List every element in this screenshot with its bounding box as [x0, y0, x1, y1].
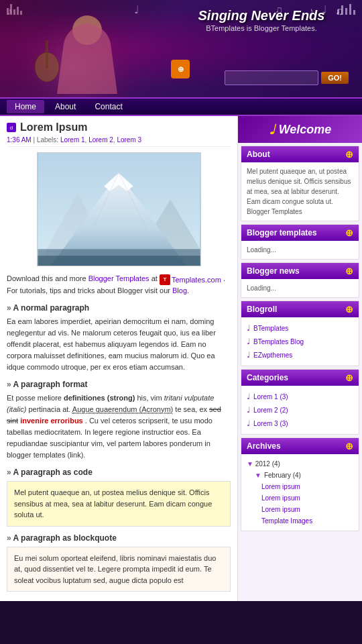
blogroll-link-3[interactable]: EZwpthemes [253, 350, 292, 360]
sidebar: ♩ Welcome About ⊕ Mel putent quaeque an,… [238, 116, 362, 601]
archive-post-link-4[interactable]: Template Images [261, 516, 312, 526]
templates-logo: T Templates.com [160, 274, 221, 286]
code-block: Mel putent quaeque an, ut postea melius … [7, 481, 231, 527]
archives-header: Archives ⊕ [241, 438, 359, 454]
nav-contact[interactable]: Contact [86, 100, 130, 113]
category-link-1[interactable]: Lorem 1 (3) [253, 392, 288, 402]
navbar: Home About Contact [0, 97, 362, 116]
blockquote-block: Eu mei solum oporteat eleifend, libris n… [7, 547, 231, 592]
post-meta: 1:36 AM | Labels: Lorem 1, Lorem 2, Lore… [7, 136, 231, 147]
archive-post-link-2[interactable]: Lorem ipsum [261, 493, 300, 503]
archive-month-february: ▼ February (4) [247, 470, 353, 481]
blogroll-item-2: ♩ BTemplates Blog [247, 335, 353, 348]
blogroll-section: Blogroll ⊕ ♩ BTemplates ♩ BTemplates Blo… [241, 301, 359, 366]
categories-body: ♩ Lorem 1 (3) ♩ Lorem 2 (2) ♩ Lorem 3 (3… [241, 386, 359, 434]
para2-body: Et posse meliore definitiones (strong) h… [7, 392, 231, 461]
blog-link[interactable]: Blog [172, 286, 187, 294]
nav-home[interactable]: Home [7, 100, 44, 113]
archive-year-2012: ▼ 2012 (4) [247, 458, 353, 470]
label-2[interactable]: Lorem 2 [88, 136, 113, 144]
category-item-1: ♩ Lorem 1 (3) [247, 390, 353, 403]
header-person-image [0, 0, 161, 97]
categories-expand-icon[interactable]: ⊕ [345, 372, 353, 383]
templates-logo-text[interactable]: Templates.com [172, 274, 221, 286]
blogger-templates-section: Blogger templates ⊕ Loading... [241, 224, 359, 260]
archive-post-link-1[interactable]: Lorem ipsum [261, 482, 300, 492]
categories-section: Categories ⊕ ♩ Lorem 1 (3) ♩ Lorem 2 (2)… [241, 369, 359, 435]
blogger-news-section: Blogger news ⊕ Loading... [241, 262, 359, 298]
para1-body: Ea eam labores imperdiet, apeirian democ… [7, 316, 231, 373]
post-title: Lorem Ipsum [20, 121, 87, 133]
labels-prefix: | Labels: [33, 136, 58, 144]
welcome-label: Welcome [279, 123, 332, 137]
archive-month-link-february[interactable]: February (4) [264, 470, 301, 480]
para1-heading: A normal paragraph [7, 303, 231, 313]
blogroll-item-3: ♩ EZwpthemes [247, 348, 353, 362]
search-input[interactable] [225, 70, 318, 85]
blogroll-link-2[interactable]: BTemplates Blog [253, 337, 304, 347]
blogger-news-expand-icon[interactable]: ⊕ [345, 266, 353, 276]
rss-icon[interactable]: ⊕ [171, 60, 190, 78]
right-equalizer-bars [337, 4, 355, 15]
blogroll-link-1[interactable]: BTemplates [253, 323, 288, 333]
svg-rect-13 [38, 256, 200, 266]
post-header: d Lorem Ipsum [7, 121, 231, 133]
svg-rect-3 [46, 40, 48, 68]
category-link-3[interactable]: Lorem 3 (3) [253, 419, 288, 429]
archive-post-4: Template Images [247, 515, 353, 527]
blogroll-body: ♩ BTemplates ♩ BTemplates Blog ♩ EZwpthe… [241, 317, 359, 366]
blogger-templates-link-2[interactable]: blogger templates (link). [7, 451, 85, 459]
acronym-text: Augue quaerendum (Acronym) [72, 405, 173, 414]
templates-logo-icon: T [160, 274, 170, 285]
site-header: ♪ ♩ ♫ ♪ ♩ ♫ Singing Never Ends BTemplate… [0, 0, 362, 97]
para3-heading: A paragraph as code [7, 468, 231, 477]
page-layout: d Lorem Ipsum 1:36 AM | Labels: Lorem 1,… [0, 116, 362, 601]
person-silhouette [0, 0, 147, 97]
post-image [37, 152, 201, 266]
blogger-news-body: Loading... [241, 279, 359, 297]
archive-post-1: Lorem ipsum [247, 481, 353, 492]
blogger-templates-header: Blogger templates ⊕ [241, 225, 359, 241]
para2-heading: A paragraph format [7, 380, 231, 389]
blogger-templates-body: Loading... [241, 241, 359, 259]
header-search-area: GO! [225, 70, 349, 85]
category-item-2: ♩ Lorem 2 (2) [247, 403, 353, 417]
label-3[interactable]: Lorem 3 [117, 136, 141, 144]
post-icon: d [7, 123, 16, 132]
category-item-3: ♩ Lorem 3 (3) [247, 417, 353, 430]
welcome-banner: ♩ Welcome [238, 116, 362, 143]
about-header: About ⊕ [241, 146, 359, 162]
archive-post-link-3[interactable]: Lorem ipsum [261, 504, 300, 515]
main-content: d Lorem Ipsum 1:36 AM | Labels: Lorem 1,… [0, 116, 238, 601]
label-1[interactable]: Lorem 1 [60, 136, 85, 144]
archives-section: Archives ⊕ ▼ 2012 (4) ▼ February [241, 437, 359, 531]
blogroll-item-1: ♩ BTemplates [247, 321, 353, 335]
nav-about[interactable]: About [47, 100, 84, 113]
blogroll-header: Blogroll ⊕ [241, 301, 359, 317]
archives-expand-icon[interactable]: ⊕ [345, 441, 353, 451]
mountain-svg [38, 153, 200, 266]
site-title: Singing Never Ends [161, 8, 362, 23]
categories-header: Categories ⊕ [241, 370, 359, 386]
archives-body: ▼ 2012 (4) ▼ February (4) Lorem ip [241, 454, 359, 531]
blogroll-expand-icon[interactable]: ⊕ [345, 304, 353, 315]
archive-year-link-2012[interactable]: 2012 (4) [255, 460, 280, 468]
site-subtitle: BTemplates is Blogger Templates. [161, 24, 362, 32]
bold-text: definitiones (strong) [64, 394, 135, 402]
about-section: About ⊕ Mel putent quaeque an, ut postea… [241, 146, 359, 221]
blogger-news-header: Blogger news ⊕ [241, 263, 359, 279]
about-expand-icon[interactable]: ⊕ [345, 149, 353, 160]
archive-post-3: Lorem ipsum [247, 504, 353, 515]
sed-text: sed [209, 405, 221, 413]
blogger-templates-link[interactable]: Blogger Templates [88, 274, 149, 282]
post-time[interactable]: 1:36 AM [7, 136, 32, 144]
download-text: Download this and more Blogger Templates… [7, 273, 231, 297]
para4-heading: A paragraph as blockquote [7, 533, 231, 543]
category-link-2[interactable]: Lorem 2 (2) [253, 405, 288, 415]
blogger-templates-expand-icon[interactable]: ⊕ [345, 227, 353, 238]
go-button[interactable]: GO! [321, 72, 349, 84]
welcome-note-icon: ♩ [269, 121, 275, 138]
archive-post-2: Lorem ipsum [247, 492, 353, 504]
about-body: Mel putent quaeque an, ut postea melius … [241, 162, 359, 221]
